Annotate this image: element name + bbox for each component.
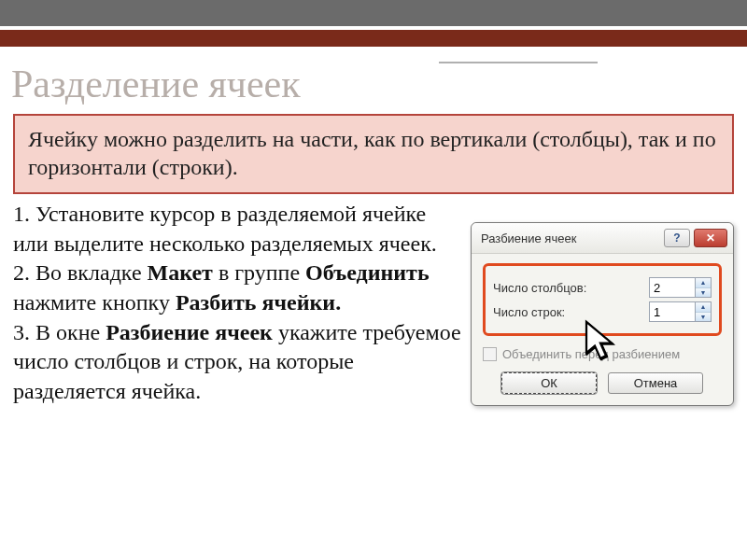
merge-before-split-row[interactable]: Объединить перед разбиением [483,347,722,361]
rows-label: Число строк: [493,305,565,319]
merge-label: Объединить перед разбиением [502,347,680,361]
step-1: 1. Установите курсор в разделяемой ячейк… [13,200,461,259]
decoration-line [439,62,598,63]
rows-spin-up[interactable]: ▲ [696,302,711,313]
cancel-button[interactable]: Отмена [608,372,703,394]
rows-spin-down[interactable]: ▼ [696,313,711,322]
help-button[interactable]: ? [664,229,690,247]
header-stripes [0,0,747,56]
dialog-title: Разбиение ячеек [481,231,576,245]
columns-spinner[interactable]: ▲ ▼ [649,277,712,298]
merge-checkbox[interactable] [483,347,497,361]
columns-spin-down[interactable]: ▼ [696,288,711,298]
instructions-block: 1. Установите курсор в разделяемой ячейк… [13,200,461,407]
columns-label: Число столбцов: [493,281,586,295]
close-button[interactable]: ✕ [694,229,727,247]
step-3: 3. В окне Разбиение ячеек укажите требуе… [13,318,461,407]
rows-spinner[interactable]: ▲ ▼ [649,301,712,322]
dialog-titlebar: Разбиение ячеек ? ✕ [472,223,733,254]
ok-button[interactable]: ОК [501,372,597,394]
page-title: Разделение ячеек [11,62,747,106]
fields-highlight: Число столбцов: ▲ ▼ Число строк: [483,263,722,336]
rows-input[interactable] [649,301,696,322]
step-2: 2. Во вкладке Макет в группе Объединить … [13,259,461,317]
columns-spin-up[interactable]: ▲ [696,278,711,288]
split-cells-dialog: Разбиение ячеек ? ✕ Число столбцов: ▲ ▼ [471,222,734,406]
columns-input[interactable] [649,277,696,298]
intro-callout: Ячейку можно разделить на части, как по … [13,114,734,194]
